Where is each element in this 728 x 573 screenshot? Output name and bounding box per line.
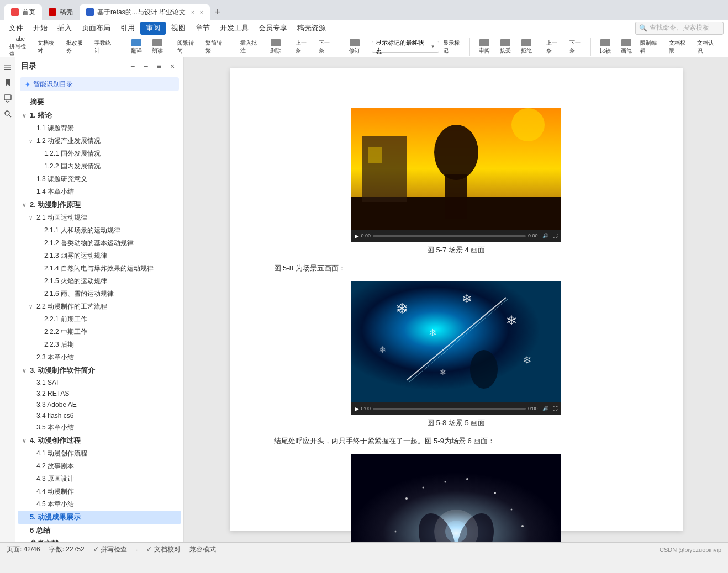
toc-item-25[interactable]: 3.4 flash cs6: [18, 410, 181, 421]
toc-toggle-8[interactable]: ∨: [22, 202, 29, 208]
status-doc-check[interactable]: ✓ 文档校对: [146, 545, 180, 554]
toc-item-26[interactable]: 3.5 本章小结: [18, 421, 181, 434]
toc-item-33[interactable]: 5. 动漫成果展示: [18, 511, 181, 524]
toc-item-15[interactable]: 2.1.6 雨、雪的运动规律: [18, 288, 181, 300]
tab-doc[interactable]: 基于retas的...与设计 毕业论文 × ×: [80, 4, 210, 20]
toc-item-2[interactable]: 1.1 课题背景: [18, 122, 181, 135]
toc-item-29[interactable]: 4.2 故事剧本: [18, 460, 181, 473]
menu-dev[interactable]: 开发工具: [215, 22, 253, 35]
toc-item-7[interactable]: 1.4 本章小结: [18, 185, 181, 198]
sidebar-icon-comment[interactable]: [2, 93, 13, 104]
btn-reject[interactable]: 拒绝: [516, 38, 536, 56]
status-word-count[interactable]: 字数: 22752: [49, 545, 85, 554]
play-btn-4[interactable]: ▶: [355, 233, 359, 239]
toc-toggle-1[interactable]: ∨: [22, 113, 29, 119]
toc-smart-btn[interactable]: ✦ 智能识别目录: [20, 77, 179, 91]
toc-item-19[interactable]: 2.2.3 后期: [18, 338, 181, 351]
btn-delete-comment[interactable]: 删除: [266, 38, 286, 56]
toc-item-13[interactable]: 2.1.4 自然闪电与爆炸效果的运动规律: [18, 262, 181, 275]
toc-menu-btn[interactable]: ≡: [154, 61, 165, 72]
toc-item-18[interactable]: 2.2.2 中期工作: [18, 326, 181, 338]
btn-read-aloud[interactable]: 朗读: [147, 38, 167, 56]
menu-insert[interactable]: 插入: [53, 22, 76, 35]
btn-track-changes[interactable]: 修订: [345, 38, 365, 56]
btn-next-comment[interactable]: 下一条: [316, 38, 338, 56]
sidebar-icon-bookmark[interactable]: [2, 77, 13, 88]
fullscreen-btn-4[interactable]: ⛶: [553, 233, 558, 238]
status-compat-mode[interactable]: 兼容模式: [189, 545, 216, 554]
btn-word-count[interactable]: 字数统计: [92, 38, 119, 56]
btn-doc-recognize[interactable]: 文档认识: [694, 38, 721, 56]
progress-bar-5[interactable]: [373, 408, 526, 410]
sidebar-icon-nav[interactable]: [2, 62, 13, 73]
toc-expand-btn[interactable]: −: [140, 61, 151, 72]
toc-close-btn[interactable]: ×: [167, 61, 178, 72]
btn-simp-to-trad[interactable]: 繁简转繁: [203, 38, 230, 56]
tab-doc-close2[interactable]: ×: [200, 9, 203, 15]
toc-item-4[interactable]: 1.2.1 国外发展情况: [18, 147, 181, 160]
toc-item-1[interactable]: ∨1. 绪论: [18, 109, 181, 122]
menu-home[interactable]: 开始: [29, 22, 52, 35]
tab-doc-close[interactable]: ×: [191, 9, 194, 15]
toc-item-5[interactable]: 1.2.2 国内发展情况: [18, 160, 181, 173]
menu-file[interactable]: 文件: [4, 22, 28, 35]
toc-item-28[interactable]: 4.1 动漫创作流程: [18, 447, 181, 460]
toc-item-16[interactable]: ∨2.2 动漫制作的工艺流程: [18, 300, 181, 313]
toc-item-23[interactable]: 3.2 RETAS: [18, 388, 181, 399]
toc-item-8[interactable]: ∨2. 动漫制作原理: [18, 198, 181, 211]
status-page-info[interactable]: 页面: 42/46: [7, 545, 40, 554]
toc-item-11[interactable]: 2.1.2 兽类动物的基本运动规律: [18, 237, 181, 250]
toc-item-0[interactable]: 摘要: [18, 96, 181, 109]
toc-item-35[interactable]: 参考文献: [18, 537, 181, 542]
vol-btn-4[interactable]: 🔊: [542, 233, 548, 238]
btn-prev2[interactable]: 上一条: [544, 38, 566, 56]
scene5-controls[interactable]: ▶ 0:00 0:00 🔊 ⛶: [351, 402, 561, 415]
toc-item-24[interactable]: 3.3 Adobe AE: [18, 399, 181, 410]
toc-item-34[interactable]: 6 总结: [18, 524, 181, 537]
toc-item-17[interactable]: 2.2.1 前期工作: [18, 313, 181, 326]
toc-item-22[interactable]: 3.1 SAI: [18, 377, 181, 388]
sidebar-icon-search[interactable]: [2, 108, 13, 119]
toc-item-21[interactable]: ∨3. 动漫制作软件简介: [18, 364, 181, 377]
toc-item-14[interactable]: 2.1.5 火焰的运动规律: [18, 275, 181, 288]
btn-translate[interactable]: 翻译: [126, 38, 146, 56]
btn-show-markup[interactable]: 显示标记: [440, 38, 468, 56]
menu-view[interactable]: 视图: [167, 22, 190, 35]
menu-ref[interactable]: 引用: [116, 22, 139, 35]
menu-gaoke[interactable]: 稿壳资源: [293, 22, 330, 35]
toc-toggle-27[interactable]: ∨: [22, 438, 29, 444]
btn-pen[interactable]: 画笔: [616, 38, 636, 56]
play-btn-5[interactable]: ▶: [355, 406, 359, 412]
toc-toggle-21[interactable]: ∨: [22, 368, 29, 374]
btn-doc-permission[interactable]: 文档权限: [666, 38, 693, 56]
toc-toggle-16[interactable]: ∨: [29, 304, 35, 310]
menu-chapter[interactable]: 章节: [191, 22, 214, 35]
btn-correction[interactable]: 批改服务: [64, 38, 91, 56]
btn-trad-to-simp[interactable]: 阅繁转简: [175, 38, 202, 56]
toolbar-search[interactable]: 🔍 查找命令、搜索模板: [635, 22, 724, 35]
doc-area[interactable]: ▶ 0:00 0:00 🔊 ⛶ 图 5-7 场景 4 画面 图 5-8 为场景五…: [184, 57, 728, 542]
btn-next2[interactable]: 下一条: [567, 38, 589, 56]
btn-insert-comment[interactable]: 插入批注: [238, 38, 265, 56]
status-spell-check[interactable]: ✓ 拼写检查: [93, 545, 127, 554]
new-tab-button[interactable]: +: [210, 4, 225, 20]
menu-layout[interactable]: 页面布局: [77, 22, 115, 35]
progress-bar-4[interactable]: [373, 235, 526, 237]
btn-doc-check[interactable]: 文档校对: [35, 38, 62, 56]
toc-toggle-3[interactable]: ∨: [29, 138, 35, 144]
menu-review[interactable]: 审阅: [140, 22, 166, 35]
toc-item-3[interactable]: ∨1.2 动漫产业发展情况: [18, 135, 181, 147]
toc-item-6[interactable]: 1.3 课题研究意义: [18, 173, 181, 185]
toc-collapse-btn[interactable]: −: [127, 61, 138, 72]
tab-wps[interactable]: 稿壳: [42, 4, 80, 20]
toc-item-31[interactable]: 4.4 动漫制作: [18, 485, 181, 498]
toc-item-20[interactable]: 2.3 本章小结: [18, 351, 181, 364]
toc-item-10[interactable]: 2.1.1 人和场景的运动规律: [18, 224, 181, 237]
btn-spell-check[interactable]: abc 拼写检查: [7, 38, 34, 56]
toc-item-27[interactable]: ∨4. 动漫创作过程: [18, 434, 181, 447]
tab-home[interactable]: 首页: [4, 4, 42, 20]
scene4-controls[interactable]: ▶ 0:00 0:00 🔊 ⛶: [351, 230, 561, 242]
toc-item-9[interactable]: ∨2.1 动画运动规律: [18, 211, 181, 224]
btn-prev-comment[interactable]: 上一条: [293, 38, 315, 56]
toc-toggle-9[interactable]: ∨: [29, 215, 35, 221]
